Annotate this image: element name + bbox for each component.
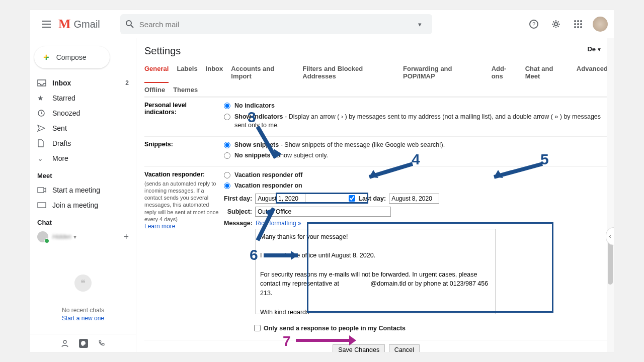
tab-chatmeet[interactable]: Chat and Meet	[525, 62, 569, 83]
tab-advanced[interactable]: Advanced	[577, 62, 608, 83]
svg-point-3	[554, 23, 557, 26]
scrollbar[interactable]	[607, 38, 614, 352]
search-options-icon[interactable]: ▾	[413, 21, 427, 28]
last-day-label: Last day:	[358, 195, 386, 202]
svg-point-12	[580, 26, 582, 28]
tab-offline[interactable]: Offline	[144, 83, 165, 97]
chevron-down-icon: ▼	[597, 47, 602, 52]
tab-labels[interactable]: Labels	[177, 62, 197, 83]
tab-general[interactable]: General	[144, 62, 169, 83]
vacation-label: Vacation responder: (sends an automated …	[144, 171, 224, 336]
sidebar-item-label: Sent	[52, 124, 67, 132]
cancel-button[interactable]: Cancel	[389, 344, 420, 352]
settings-gear-icon[interactable]	[548, 17, 564, 32]
hangouts-empty-text: No recent chats	[30, 307, 136, 314]
arrow-4	[362, 162, 418, 182]
file-icon	[37, 139, 52, 147]
arrow-3	[256, 125, 281, 165]
svg-point-11	[577, 26, 579, 28]
sidebar-item-sent[interactable]: Sent	[30, 121, 136, 136]
first-day-input[interactable]	[255, 194, 305, 204]
language-picker[interactable]: De▼	[587, 45, 602, 53]
join-meeting[interactable]: Join a meeting	[30, 198, 136, 213]
start-meeting[interactable]: Start a meeting	[30, 183, 136, 198]
radio-no-snippets[interactable]	[224, 152, 230, 159]
svg-point-5	[577, 20, 579, 22]
tab-accounts[interactable]: Accounts and Import	[231, 62, 294, 83]
radio-no-indicators[interactable]	[224, 103, 230, 109]
opt-desc: - Display an arrow ( › ) by messages sen…	[234, 113, 601, 129]
keyboard-icon	[37, 202, 52, 208]
sidebar-item-starred[interactable]: ★Starred	[30, 90, 136, 106]
hangouts-start-link[interactable]: Start a new one	[30, 315, 136, 322]
message-textarea[interactable]	[256, 229, 496, 314]
inbox-icon	[37, 79, 52, 86]
chevron-down-icon[interactable]: ▾	[73, 233, 76, 240]
apps-grid-icon[interactable]	[571, 17, 586, 32]
last-day-checkbox[interactable]	[349, 195, 355, 202]
send-icon	[37, 125, 52, 132]
radio-show-snippets[interactable]	[224, 142, 230, 148]
opt-desc: - Show snippets of the message (like Goo…	[279, 141, 445, 148]
hangouts-tab-icon[interactable]	[79, 339, 88, 348]
support-icon[interactable]: ?	[526, 17, 541, 32]
compose-label: Compose	[56, 53, 87, 61]
only-contacts-label: Only send a response to people in my Con…	[264, 325, 406, 332]
language-code: De	[587, 45, 596, 53]
radio-vacation-on[interactable]	[224, 183, 230, 189]
page-title: Settings	[144, 45, 608, 57]
vacation-label-text: Vacation responder:	[144, 171, 205, 178]
chat-user-row[interactable]: Hidden ▾ +	[30, 229, 136, 244]
opt-text: Vacation responder on	[234, 182, 302, 191]
new-chat-button[interactable]: +	[123, 232, 129, 242]
sidebar-item-snoozed[interactable]: Snoozed	[30, 106, 136, 121]
tab-addons[interactable]: Add-ons	[492, 62, 517, 83]
sidebar-item-label: Starred	[52, 94, 75, 102]
only-contacts-checkbox[interactable]	[254, 325, 261, 331]
clock-icon	[37, 109, 52, 117]
last-day-input[interactable]	[389, 194, 439, 204]
svg-point-17	[63, 340, 66, 343]
inbox-count: 2	[125, 79, 129, 86]
tab-filters[interactable]: Filters and Blocked Addresses	[302, 62, 395, 83]
vacation-help: (sends an automated reply to incoming me…	[144, 180, 220, 223]
sidebar-item-label: More	[52, 154, 68, 162]
sidebar-item-drafts[interactable]: Drafts	[30, 136, 136, 151]
hangouts-icon: ❝	[74, 275, 92, 292]
sidebar-item-label: Snoozed	[52, 109, 80, 117]
tab-forwarding[interactable]: Forwarding and POP/IMAP	[403, 62, 484, 83]
sidebar-item-more[interactable]: ⌄More	[30, 151, 136, 166]
search-input[interactable]	[139, 20, 413, 29]
chat-header: Chat	[30, 213, 136, 229]
gmail-m-icon: M	[58, 17, 71, 32]
snippets-label: Snippets:	[144, 141, 224, 162]
gmail-logo: M Gmail	[58, 17, 100, 32]
svg-rect-16	[38, 203, 46, 208]
tab-themes[interactable]: Themes	[173, 83, 198, 97]
radio-show-indicators[interactable]	[224, 114, 230, 120]
svg-rect-15	[38, 188, 44, 193]
svg-point-9	[580, 23, 582, 25]
compose-button[interactable]: + Compose	[34, 46, 110, 68]
search-icon	[125, 20, 139, 29]
hangouts-empty: ❝ No recent chats Start a new one	[30, 275, 136, 322]
radio-vacation-off[interactable]	[224, 172, 230, 178]
search-bar[interactable]: ▾	[120, 14, 432, 34]
phone-icon[interactable]	[98, 340, 105, 347]
contacts-icon[interactable]	[61, 339, 69, 347]
tab-inbox[interactable]: Inbox	[206, 62, 223, 83]
account-avatar[interactable]	[593, 17, 608, 32]
annotation-7: 7	[283, 333, 291, 349]
menu-button[interactable]	[36, 14, 56, 34]
svg-text:?: ?	[532, 21, 535, 27]
sidebar-item-label: Start a meeting	[52, 186, 100, 194]
arrow-6a	[254, 204, 279, 244]
svg-point-0	[126, 21, 131, 26]
sidebar-item-inbox[interactable]: Inbox 2	[30, 75, 136, 90]
svg-point-4	[574, 20, 576, 22]
subject-label: Subject:	[224, 208, 252, 215]
presence-icon	[37, 231, 48, 242]
opt-text: No indicators	[234, 102, 275, 109]
svg-point-6	[580, 20, 582, 22]
learn-more-link[interactable]: Learn more	[144, 223, 175, 230]
